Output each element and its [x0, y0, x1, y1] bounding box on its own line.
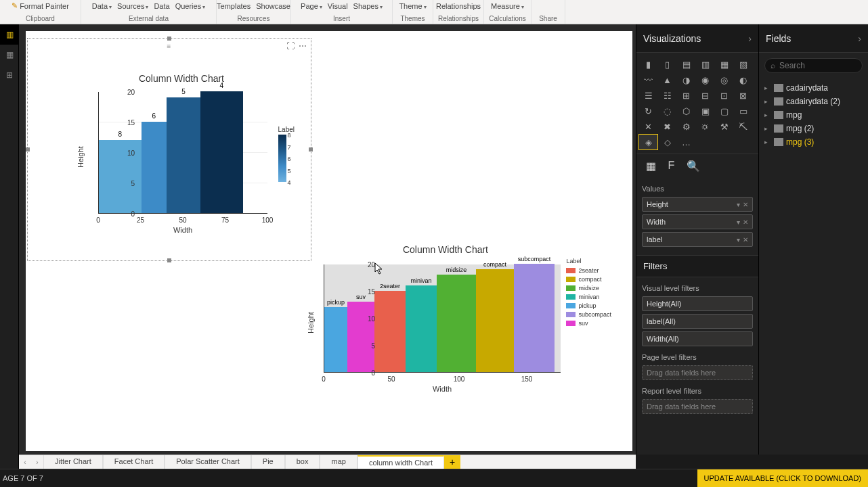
chevron-down-icon[interactable]: ▾ — [737, 201, 740, 208]
expand-icon[interactable]: ▸ — [764, 98, 771, 105]
drag-grip-icon[interactable]: ≡ — [167, 43, 172, 50]
fields-search[interactable]: ⌕ — [764, 58, 863, 73]
page-tab[interactable]: map — [320, 455, 357, 469]
analytics-tab-icon[interactable]: 🔍 — [687, 160, 700, 172]
more-options-icon[interactable]: ⋯ — [299, 41, 307, 51]
viz-type-icon[interactable]: ◌ — [658, 103, 676, 118]
viz-type-icon[interactable]: ⊞ — [677, 88, 695, 103]
viz-type-icon[interactable]: ◎ — [715, 72, 733, 87]
page-filter-drop[interactable]: Drag data fields here — [642, 365, 753, 380]
filter-card[interactable]: Height(All) — [642, 296, 753, 311]
field-table[interactable]: ▸cadairydata — [762, 81, 865, 95]
field-well[interactable]: Height▾✕ — [642, 197, 753, 212]
viz-type-icon[interactable]: ▧ — [734, 57, 752, 72]
tab-prev-icon[interactable]: ‹ — [19, 459, 31, 466]
viz-type-icon[interactable]: ⬡ — [677, 103, 695, 118]
focus-mode-icon[interactable]: ⛶ — [286, 41, 295, 51]
filter-card[interactable]: Width(All) — [642, 331, 753, 346]
add-page-button[interactable]: + — [444, 455, 460, 469]
viz-type-icon[interactable]: ▥ — [696, 57, 714, 72]
field-table[interactable]: ▸mpg (2) — [762, 122, 865, 135]
filter-card[interactable]: label(All) — [642, 314, 753, 329]
viz-type-icon[interactable]: ⊟ — [696, 88, 714, 103]
viz-type-icon[interactable]: ◉ — [696, 72, 714, 87]
viz-type-icon[interactable]: ◈ — [639, 135, 657, 149]
data-view-icon[interactable]: ▦ — [0, 45, 19, 65]
report-view-icon[interactable]: ▥ — [0, 24, 19, 45]
viz-type-icon[interactable]: ▢ — [715, 103, 733, 118]
chevron-right-icon[interactable]: › — [858, 33, 861, 44]
remove-icon[interactable]: ✕ — [743, 236, 748, 244]
viz-type-icon[interactable]: ⚙ — [677, 119, 695, 134]
get-data-button[interactable]: Data — [92, 2, 112, 10]
expand-icon[interactable]: ▸ — [764, 125, 771, 132]
page-tab[interactable]: Facet Chart — [103, 455, 165, 469]
viz-type-icon[interactable]: ⛭ — [696, 119, 714, 134]
panel-header[interactable]: Fields › — [759, 24, 868, 53]
queries-button[interactable]: Queries — [175, 2, 206, 10]
chevron-down-icon[interactable]: ▾ — [737, 218, 740, 226]
viz-type-icon[interactable]: ⊡ — [715, 88, 733, 103]
viz-type-icon[interactable]: ▣ — [696, 103, 714, 118]
viz-type-icon[interactable]: ⊠ — [734, 88, 752, 103]
viz-type-icon[interactable]: ↻ — [639, 103, 657, 118]
viz-type-icon[interactable]: 〰 — [639, 72, 657, 87]
chevron-down-icon[interactable]: ▾ — [737, 236, 740, 244]
chevron-right-icon[interactable]: › — [748, 33, 752, 44]
field-table[interactable]: ▸mpg (3) — [762, 135, 865, 149]
viz-type-icon[interactable]: ◑ — [677, 72, 695, 87]
sources-button[interactable]: Sources — [117, 2, 148, 10]
expand-icon[interactable]: ▸ — [764, 85, 771, 91]
viz-type-icon[interactable]: ◐ — [734, 72, 752, 87]
viz-type-icon[interactable]: ◇ — [658, 135, 676, 149]
templates-button[interactable]: Templates — [217, 2, 251, 10]
relationships-button[interactable]: Relationships — [436, 2, 481, 10]
report-filter-drop[interactable]: Drag data fields here — [642, 399, 753, 414]
viz-type-icon[interactable]: … — [677, 135, 695, 149]
filters-header[interactable]: Filters — [636, 255, 758, 277]
viz-type-icon[interactable]: ⚒ — [715, 119, 733, 134]
page-tab[interactable]: Pie — [251, 455, 285, 469]
visual-button[interactable]: Visual — [328, 2, 348, 10]
viz-type-icon[interactable]: ▤ — [677, 57, 695, 72]
field-table[interactable]: ▸cadairydata (2) — [762, 95, 865, 108]
measure-button[interactable]: Measure — [491, 2, 524, 10]
page-tab[interactable]: Polar Scatter Chart — [165, 455, 251, 469]
field-well[interactable]: Width▾✕ — [642, 214, 753, 229]
expand-icon[interactable]: ▸ — [764, 112, 771, 118]
tab-next-icon[interactable]: › — [31, 459, 43, 466]
viz-type-icon[interactable]: ☷ — [658, 88, 676, 103]
page-tab[interactable]: column width Chart — [357, 455, 444, 469]
showcase-button[interactable]: Showcase — [256, 2, 290, 10]
panel-header[interactable]: Visualizations › — [636, 24, 758, 53]
update-available-button[interactable]: UPDATE AVAILABLE (CLICK TO DOWNLOAD) — [697, 469, 868, 487]
model-view-icon[interactable]: ⊞ — [0, 65, 19, 85]
field-well[interactable]: label▾✕ — [642, 232, 753, 247]
format-tab-icon[interactable]: ᖴ — [668, 160, 674, 172]
shapes-button[interactable]: Shapes — [353, 2, 383, 10]
format-painter-button[interactable]: ✎Format Painter — [6, 0, 74, 11]
viz-type-icon[interactable]: ✕ — [639, 119, 657, 134]
viz-type-icon[interactable]: ⛏ — [734, 119, 752, 134]
viz-type-icon[interactable]: ▲ — [658, 72, 676, 87]
chart-visual-2[interactable]: Column Width Chart Height pickupsuv2seat… — [276, 244, 615, 407]
enter-data-button[interactable]: Data — [154, 2, 169, 10]
field-table[interactable]: ▸mpg — [762, 108, 865, 122]
fields-tab-icon[interactable]: ▦ — [646, 160, 656, 172]
viz-type-icon[interactable]: ▦ — [715, 57, 733, 72]
expand-icon[interactable]: ▸ — [764, 139, 771, 145]
viz-type-icon[interactable]: ▭ — [734, 103, 752, 118]
report-canvas[interactable]: ≡ ⛶ ⋯ Column Width Chart Height 8654 Wid… — [26, 31, 632, 451]
viz-type-icon[interactable]: ✖ — [658, 119, 676, 134]
viz-type-icon[interactable]: ▯ — [658, 57, 676, 72]
remove-icon[interactable]: ✕ — [743, 218, 748, 226]
remove-icon[interactable]: ✕ — [743, 201, 748, 208]
theme-button[interactable]: Theme — [399, 2, 426, 10]
chart-visual-1[interactable]: Column Width Chart Height 8654 Width Lab… — [56, 65, 307, 261]
page-tab[interactable]: Jitter Chart — [43, 455, 103, 469]
page-button[interactable]: Page — [301, 2, 322, 10]
search-input[interactable] — [779, 61, 856, 70]
page-tab[interactable]: box — [285, 455, 320, 469]
viz-type-icon[interactable]: ☰ — [639, 88, 657, 103]
viz-type-icon[interactable]: ▮ — [639, 57, 657, 72]
